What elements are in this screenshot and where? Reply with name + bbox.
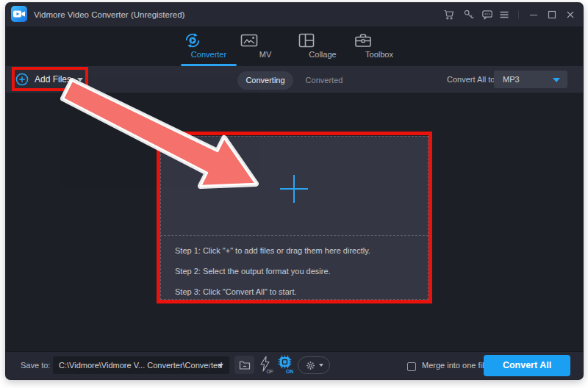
chevron-down-icon [553, 78, 560, 82]
tab-mv[interactable]: MV [240, 26, 291, 66]
chevron-down-icon [319, 364, 323, 367]
tab-toolbox[interactable]: Toolbox [354, 26, 405, 66]
tab-collage-label: Collage [297, 50, 348, 59]
chevron-down-icon [77, 78, 83, 82]
key-register-icon[interactable] [463, 9, 475, 21]
minimize-icon[interactable] [528, 9, 539, 21]
gear-icon [305, 360, 316, 371]
output-format-value: MP3 [503, 71, 520, 88]
merge-checkbox-label[interactable]: Merge into one file [422, 351, 489, 379]
step-1-text: Step 1: Click "+" to add files or drag t… [175, 246, 370, 255]
open-folder-button[interactable] [234, 356, 254, 374]
tab-converted[interactable]: Converted [301, 71, 348, 90]
dropzone-divider [160, 235, 429, 236]
add-files-label: Add Files [35, 74, 71, 85]
app-window: Vidmore Video Converter (Unregistered) [6, 3, 583, 379]
hardware-acceleration-off-toggle[interactable]: OFF [258, 355, 273, 375]
hw-off-label: OFF [267, 369, 274, 374]
feedback-icon[interactable] [481, 9, 493, 21]
tab-converting[interactable]: Converting [237, 71, 293, 90]
maximize-icon[interactable] [546, 9, 558, 21]
converter-icon [183, 31, 202, 50]
toolbox-icon [354, 31, 373, 50]
tab-mv-label: MV [240, 50, 291, 59]
mv-icon [240, 31, 259, 50]
titlebar-separator [518, 10, 519, 19]
convert-all-button[interactable]: Convert All [484, 355, 570, 376]
hw-on-label: ON [286, 369, 293, 374]
collage-icon [297, 31, 316, 50]
save-to-label: Save to: [21, 351, 50, 379]
chip-icon [279, 356, 291, 368]
tab-collage[interactable]: Collage [297, 26, 348, 66]
path-box-divider [209, 360, 210, 370]
save-path-value: C:\Vidmore\Vidmore V... Converter\Conver… [59, 356, 222, 374]
close-icon[interactable] [564, 9, 576, 21]
cart-icon[interactable] [443, 9, 455, 21]
gpu-acceleration-on-toggle[interactable]: ON [276, 354, 293, 375]
add-files-button[interactable]: Add Files [15, 66, 83, 93]
plus-circle-icon [15, 73, 29, 86]
merge-into-one-file-checkbox[interactable] [407, 362, 416, 371]
chevron-down-icon[interactable] [218, 364, 223, 367]
tab-converter-label: Converter [183, 50, 234, 59]
settings-button[interactable] [298, 356, 330, 374]
menu-icon[interactable] [498, 9, 510, 21]
output-format-dropdown[interactable]: MP3 [494, 71, 567, 88]
step-2-text: Step 2: Select the output format you des… [175, 267, 331, 276]
tab-converter[interactable]: Converter [183, 26, 234, 66]
convert-all-to-label: Convert All to: [447, 66, 497, 93]
folder-icon [239, 360, 251, 370]
add-files-plus-icon[interactable] [278, 173, 310, 205]
tab-toolbox-label: Toolbox [354, 50, 405, 59]
step-3-text: Step 3: Click "Convert All" to start. [175, 287, 297, 296]
window-title: Vidmore Video Converter (Unregistered) [34, 3, 184, 26]
app-logo-icon [11, 6, 27, 22]
nav-bar [6, 26, 583, 66]
save-path-dropdown[interactable]: C:\Vidmore\Vidmore V... Converter\Conver… [53, 356, 229, 374]
